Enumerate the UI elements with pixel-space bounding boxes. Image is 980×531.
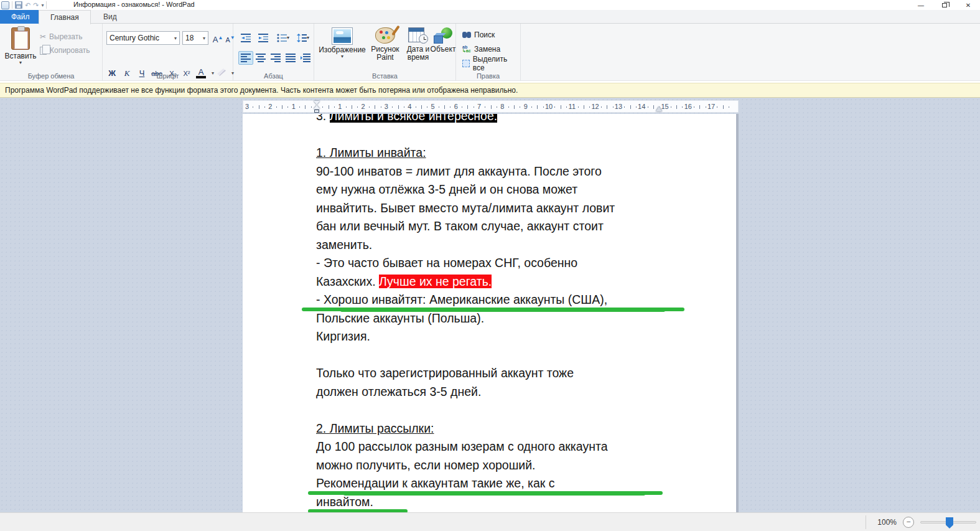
align-center-button[interactable]	[253, 51, 268, 65]
ruler-tick	[264, 106, 265, 108]
tab-file[interactable]: Файл	[0, 10, 41, 24]
save-icon[interactable]	[15, 1, 22, 9]
ruler-tick	[497, 106, 497, 108]
ruler-tick	[729, 106, 729, 108]
window-title: Информация - ознакомься! - WordPad	[73, 1, 195, 8]
justify-button[interactable]	[283, 51, 298, 65]
document-page[interactable]: 3. Лимиты и всякое интересное. 1. Лимиты…	[243, 114, 739, 512]
ruler-tick	[699, 105, 700, 109]
find-button[interactable]: Поиск	[462, 29, 495, 41]
ruler-tick	[514, 105, 515, 109]
replace-button[interactable]: ab↳ac Замена	[462, 43, 500, 55]
right-indent-marker[interactable]	[656, 106, 662, 111]
ruler-number: 16	[684, 103, 692, 110]
ruler-tick	[706, 106, 706, 108]
paragraph-dialog-button[interactable]	[298, 51, 313, 65]
increase-indent-icon	[258, 34, 268, 42]
ruler-number: 15	[661, 103, 668, 110]
align-center-icon	[256, 54, 266, 62]
font-size-combo[interactable]: 18▾	[182, 31, 208, 45]
tab-view[interactable]: Вид	[92, 10, 128, 24]
select-all-icon	[462, 60, 470, 67]
ribbon: Вставить ▾ ✂ Вырезать Копировать Буфер о…	[0, 24, 980, 81]
paste-button[interactable]: Вставить ▾	[5, 27, 36, 72]
zoom-slider-thumb[interactable]	[946, 517, 953, 529]
customize-toolbar-icon[interactable]: ▾	[41, 2, 44, 8]
binoculars-icon	[462, 32, 471, 38]
ruler-number: 13	[615, 103, 622, 110]
ruler-tick	[404, 106, 404, 108]
align-left-button[interactable]	[238, 51, 253, 65]
document-line: должен отлежаться 3-5 дней.	[316, 383, 736, 402]
ruler-number: 12	[591, 103, 599, 110]
ruler-tick	[624, 106, 625, 108]
ruler-tick	[589, 106, 590, 108]
replace-icon: ab↳ac	[462, 45, 471, 53]
ruler-number: 2	[268, 103, 272, 110]
ruler-tick	[444, 105, 445, 109]
wordpad-app-icon[interactable]	[1, 1, 9, 9]
status-bar: 100% −	[0, 512, 980, 531]
scissors-icon: ✂	[40, 32, 46, 41]
group-label-clipboard: Буфер обмена	[0, 72, 102, 80]
ruler-tick	[671, 106, 671, 108]
select-all-button[interactable]: Выделить все	[462, 57, 520, 70]
text-run: 2. Лимиты рассылки:	[316, 421, 434, 435]
object-icon	[433, 27, 453, 44]
copy-button[interactable]: Копировать	[40, 44, 90, 57]
select-all-label: Выделить все	[473, 55, 520, 72]
zoom-slider[interactable]	[920, 521, 976, 524]
ruler-number: 1	[292, 103, 296, 110]
ruler-tick	[439, 106, 439, 108]
copy-icon	[40, 47, 47, 55]
tab-home[interactable]: Главная	[39, 10, 91, 24]
cut-button[interactable]: ✂ Вырезать	[40, 30, 90, 44]
highlighted-text: Лучше их не регать.	[379, 275, 492, 288]
increase-indent-button[interactable]	[256, 31, 271, 45]
insert-object-button[interactable]: Объект	[429, 27, 457, 54]
text-run: Казахских.	[316, 275, 379, 288]
image-icon	[332, 27, 353, 45]
redo-icon[interactable]: ↷	[33, 1, 39, 9]
document-line	[316, 126, 736, 144]
chevron-down-icon: ▾	[341, 54, 343, 59]
ruler-tick	[543, 106, 544, 108]
restore-button[interactable]	[933, 0, 956, 10]
ruler-number: 5	[431, 103, 434, 110]
zoom-level: 100%	[877, 518, 897, 527]
paint-palette-icon	[375, 27, 395, 44]
ruler-tick	[491, 105, 492, 109]
text-run: - Хорошо инвайтят: Американские аккаунты…	[316, 293, 607, 306]
ruler-tick	[282, 105, 282, 109]
group-font: Century Gothic▾ 18▾ A▲ A▼ Ж К Ч abc X₂ X…	[103, 24, 233, 81]
paint-drawing-button[interactable]: Рисунок Paint	[369, 27, 401, 62]
zoom-out-button[interactable]: −	[903, 517, 914, 528]
ruler-number: 3	[385, 103, 388, 110]
close-button[interactable]: ✕	[956, 0, 980, 10]
ruler-tick	[584, 105, 584, 109]
font-family-combo[interactable]: Century Gothic▾	[106, 31, 180, 45]
group-insert: Изображение ▾ Рисунок Paint Дата и время…	[314, 24, 456, 81]
minimize-button[interactable]: —	[909, 0, 933, 10]
grow-font-button[interactable]: A▲	[211, 31, 225, 45]
align-right-button[interactable]	[268, 51, 283, 65]
divider	[12, 1, 12, 9]
justify-icon	[286, 54, 296, 62]
bullets-button[interactable]: ▾	[273, 31, 293, 45]
undo-icon[interactable]: ↶	[25, 1, 30, 9]
ruler-tick	[682, 106, 683, 108]
group-editing: Поиск ab↳ac Замена Выделить все Правка	[456, 24, 521, 81]
text-run: До 100 рассылок разным юзерам с одного а…	[316, 439, 608, 453]
decrease-indent-button[interactable]	[238, 31, 253, 45]
font-family-value: Century Gothic	[110, 34, 159, 42]
insert-image-button[interactable]: Изображение ▾	[318, 27, 366, 59]
ruler-tick	[398, 105, 399, 109]
ruler-tick	[299, 106, 300, 108]
line-spacing-button[interactable]: ▾	[293, 31, 313, 45]
indent-marker[interactable]	[313, 101, 320, 117]
ruler-number: 2	[362, 103, 365, 110]
chevron-down-icon: ▾	[174, 35, 177, 41]
ruler-tick	[531, 106, 532, 108]
ruler-number: 10	[545, 103, 553, 110]
ruler-tick	[253, 106, 253, 108]
